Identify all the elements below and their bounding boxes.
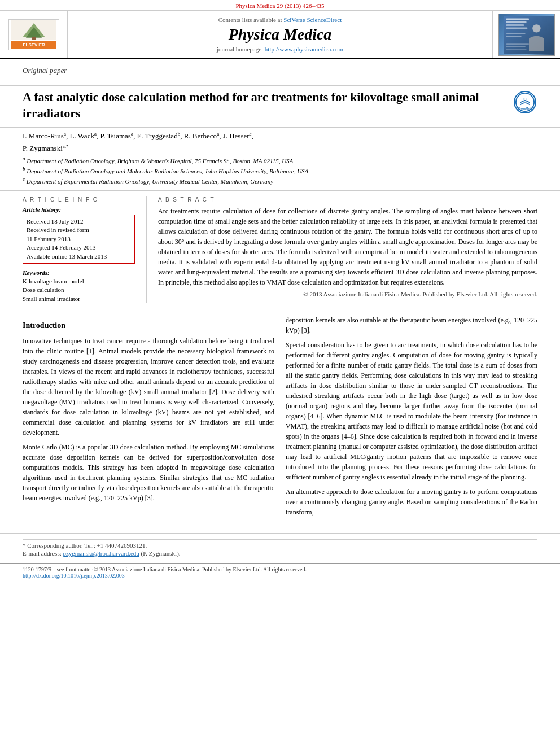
body-para-r1: deposition kernels are also suitable at … — [286, 315, 537, 335]
footnote-section: * Corresponding author. Tel.: +1 4407426… — [0, 533, 560, 561]
article-info-abstract-section: A R T I C L E I N F O Article history: R… — [0, 191, 560, 309]
journal-homepage: journal homepage: http://www.physicamedi… — [217, 46, 343, 53]
article-history: Article history: Received 18 July 2012 R… — [23, 206, 135, 264]
svg-text:ELSEVIER: ELSEVIER — [23, 42, 45, 47]
body-para-2: Monte Carlo (MC) is a popular 3D dose ca… — [23, 442, 274, 503]
abstract-column: A B S T R A C T Arc treatments require c… — [158, 196, 537, 303]
footer-left: 1120-1797/$ – see front matter © 2013 As… — [23, 566, 307, 579]
svg-rect-10 — [506, 24, 523, 26]
svg-text:CrossMark: CrossMark — [518, 107, 532, 110]
abstract-header: A B S T R A C T — [158, 196, 537, 203]
elsevier-logo: ELSEVIER — [8, 19, 59, 50]
svg-rect-12 — [506, 33, 525, 34]
history-revised-date: 11 February 2013 — [27, 235, 131, 243]
body-two-columns: Introduction Innovative techniques to tr… — [23, 315, 537, 522]
journal-thumbnail — [498, 14, 555, 56]
keyword-1: Kilovoltage beam model — [23, 277, 135, 286]
affiliation-b: b Department of Radiation Oncology and M… — [23, 165, 537, 176]
keywords-title: Keywords: — [23, 269, 135, 276]
affiliations: a Department of Radiation Oncology, Brig… — [23, 155, 537, 186]
journal-title: Physica Medica — [229, 25, 332, 43]
corresponding-author-note: * Corresponding author. Tel.: +1 4407426… — [23, 542, 537, 549]
authors-line-1: I. Marco-Riusa, L. Wacka, P. Tsiamasa, E… — [23, 131, 537, 141]
bottom-footer: 1120-1797/$ – see front matter © 2013 As… — [0, 563, 560, 581]
copyright-line: © 2013 Associazione Italiana di Fisica M… — [158, 291, 537, 298]
history-accepted: Accepted 14 February 2013 — [27, 243, 131, 252]
keywords-section: Keywords: Kilovoltage beam model Dose ca… — [23, 269, 135, 303]
license-text: 1120-1797/$ – see front matter © 2013 As… — [23, 566, 307, 573]
svg-rect-14 — [506, 43, 528, 45]
journal-thumbnail-area — [492, 11, 560, 58]
journal-homepage-link[interactable]: http://www.physicamedica.com — [265, 46, 343, 53]
abstract-text: Arc treatments require calculation of do… — [158, 206, 537, 287]
history-box: Received 18 July 2012 Received in revise… — [23, 215, 135, 264]
elsevier-logo-area: ELSEVIER — [0, 11, 68, 58]
email-note: E-mail address: pzygmanski@lroc.harvard.… — [23, 550, 537, 557]
body-col-right: deposition kernels are also suitable at … — [286, 315, 537, 522]
history-received: Received 18 July 2012 — [27, 217, 131, 226]
authors-line-2: P. Zygmanskia,* — [23, 143, 537, 153]
body-para-r3: An alternative approach to dose calculat… — [286, 487, 537, 517]
article-info-header: A R T I C L E I N F O — [23, 196, 135, 203]
journal-citation-bar: Physica Medica 29 (2013) 426–435 — [0, 0, 560, 11]
body-para-r2: Special consideration has to be given to… — [286, 340, 537, 482]
body-para-1: Innovative techniques to treat cancer re… — [23, 336, 274, 438]
main-body: Introduction Innovative techniques to tr… — [0, 309, 560, 527]
history-revised: Received in revised form — [27, 226, 131, 234]
crossmark-icon: C CrossMark — [514, 91, 536, 113]
authors-section: I. Marco-Riusa, L. Wacka, P. Tsiamasa, E… — [0, 128, 560, 191]
intro-title: Introduction — [23, 320, 274, 331]
svg-rect-9 — [506, 21, 526, 23]
svg-point-7 — [532, 24, 540, 32]
email-link[interactable]: pzygmanski@lroc.harvard.edu — [63, 550, 139, 557]
body-col-left: Introduction Innovative techniques to tr… — [23, 315, 274, 522]
journal-info-center: Contents lists available at SciVerse Sci… — [68, 11, 492, 58]
affiliation-a: a Department of Radiation Oncology, Brig… — [23, 155, 537, 165]
keywords-list: Kilovoltage beam model Dose calculation … — [23, 277, 135, 303]
sciverse-link[interactable]: SciVerse ScienceDirect — [283, 16, 342, 23]
paper-title-section: A fast analytic dose calculation method … — [0, 86, 560, 128]
crossmark-badge[interactable]: C CrossMark — [512, 89, 537, 115]
paper-title: A fast analytic dose calculation method … — [23, 89, 512, 121]
svg-rect-15 — [506, 46, 525, 47]
svg-rect-8 — [506, 18, 528, 20]
history-online: Available online 13 March 2013 — [27, 252, 131, 261]
journal-citation: Physica Medica 29 (2013) 426–435 — [235, 2, 324, 9]
keyword-3: Small animal irradiator — [23, 295, 135, 303]
svg-rect-13 — [506, 36, 521, 37]
affiliation-c: c Department of Experimental Radiation O… — [23, 176, 537, 186]
svg-rect-11 — [506, 27, 527, 29]
paper-type-section: Original paper — [0, 59, 560, 86]
article-info-column: A R T I C L E I N F O Article history: R… — [23, 196, 147, 303]
doi-link[interactable]: http://dx.doi.org/10.1016/j.ejmp.2013.02… — [23, 573, 125, 579]
journal-header: ELSEVIER Contents lists available at Sci… — [0, 11, 560, 59]
doi-link-line: http://dx.doi.org/10.1016/j.ejmp.2013.02… — [23, 573, 307, 579]
sciverse-line: Contents lists available at SciVerse Sci… — [218, 16, 342, 23]
svg-rect-3 — [32, 37, 36, 40]
history-title: Article history: — [23, 206, 135, 213]
paper-type-label: Original paper — [23, 66, 537, 75]
svg-rect-16 — [506, 49, 526, 50]
keyword-2: Dose calculation — [23, 286, 135, 294]
